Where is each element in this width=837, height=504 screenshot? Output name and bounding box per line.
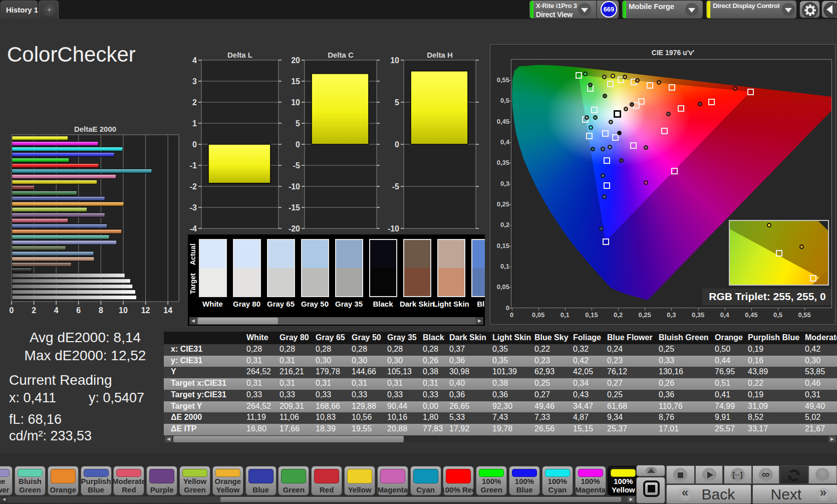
svg-text:-3: -3 <box>190 203 197 212</box>
svg-text:3: 3 <box>192 77 197 86</box>
svg-text:-10: -10 <box>289 182 300 191</box>
svg-text:5: 5 <box>296 119 300 128</box>
svg-text:Delta H: Delta H <box>427 51 453 59</box>
svg-text:14: 14 <box>163 306 172 315</box>
svg-text:-15: -15 <box>289 203 300 212</box>
svg-text:-1: -1 <box>190 161 197 170</box>
svg-text:12: 12 <box>141 306 150 315</box>
svg-text:DeltaE 2000: DeltaE 2000 <box>74 125 116 133</box>
svg-text:0: 0 <box>296 140 300 149</box>
svg-text:5: 5 <box>395 98 399 107</box>
svg-text:15: 15 <box>291 77 300 86</box>
svg-text:10: 10 <box>390 56 399 65</box>
svg-text:-10: -10 <box>388 224 399 233</box>
svg-text:8: 8 <box>99 306 103 315</box>
svg-text:2: 2 <box>192 98 197 107</box>
svg-text:10: 10 <box>119 306 128 315</box>
svg-text:0: 0 <box>395 140 399 149</box>
svg-text:2: 2 <box>32 306 36 315</box>
svg-text:-5: -5 <box>293 161 300 170</box>
svg-text:20: 20 <box>291 56 300 65</box>
svg-text:-20: -20 <box>289 224 300 233</box>
svg-text:0: 0 <box>192 140 197 149</box>
svg-text:-2: -2 <box>190 182 197 191</box>
svg-text:0: 0 <box>10 306 14 315</box>
svg-text:-5: -5 <box>392 182 399 191</box>
svg-text:1: 1 <box>192 119 197 128</box>
svg-text:6: 6 <box>76 306 81 315</box>
svg-text:4: 4 <box>192 56 197 65</box>
svg-text:Delta C: Delta C <box>328 51 354 59</box>
svg-text:Delta L: Delta L <box>227 51 252 59</box>
svg-text:4: 4 <box>54 306 59 315</box>
svg-text:10: 10 <box>291 98 300 107</box>
svg-text:-4: -4 <box>190 224 197 233</box>
